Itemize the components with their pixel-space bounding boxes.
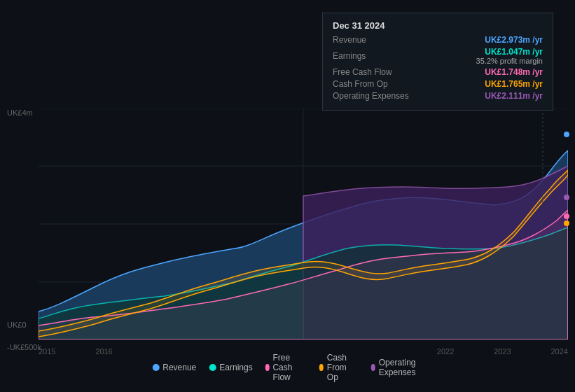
x-label-2015: 2015 [39,347,55,356]
tooltip-fcf-label: Free Cash Flow [333,67,417,77]
tooltip-earnings-group: UK£1.047m /yr 35.2% profit margin [476,47,543,65]
x-label-2022: 2022 [437,347,454,356]
tooltip-revenue-label: Revenue [333,35,417,45]
tooltip-opex-label: Operating Expenses [333,91,417,101]
tooltip-revenue-row: Revenue UK£2.973m /yr [333,35,543,45]
legend-label-earnings: Earnings [219,363,252,372]
tooltip-date: Dec 31 2024 [333,20,543,31]
legend-label-revenue: Revenue [162,363,196,372]
tooltip-earnings-value: UK£1.047m /yr [485,47,543,57]
legend-dot-opex [371,364,375,371]
legend-dot-cashfromop [319,364,324,371]
tooltip-box: Dec 31 2024 Revenue UK£2.973m /yr Earnin… [322,13,553,111]
tooltip-earnings-label: Earnings [333,51,417,61]
x-label-2023: 2023 [494,347,511,356]
tooltip-fcf-value: UK£1.748m /yr [485,67,543,77]
y-axis-mid-label: UK£0 [7,321,27,329]
chart-container: Dec 31 2024 Revenue UK£2.973m /yr Earnin… [0,0,575,392]
y-axis-top-label: UK£4m [7,108,33,117]
legend-item-fcf[interactable]: Free Cash Flow [265,353,307,382]
legend-dot-revenue [152,364,159,371]
y-axis-bottom-label: -UK£500k [7,343,41,351]
legend-item-opex[interactable]: Operating Expenses [371,358,423,377]
x-label-2024: 2024 [550,347,567,356]
tooltip-cashfromop-value: UK£1.765m /yr [485,79,543,89]
legend-label-fcf: Free Cash Flow [272,353,307,382]
legend-label-opex: Operating Expenses [379,358,423,377]
tooltip-margin-text: 35.2% profit margin [476,57,543,65]
legend: Revenue Earnings Free Cash Flow Cash Fro… [144,349,431,386]
legend-label-cashfromop: Cash From Op [327,353,359,382]
tooltip-earnings-row: Earnings UK£1.047m /yr 35.2% profit marg… [333,47,543,65]
right-dot-opex [564,195,569,200]
legend-item-earnings[interactable]: Earnings [209,363,252,372]
legend-dot-earnings [209,364,216,371]
legend-item-revenue[interactable]: Revenue [152,363,196,372]
x-label-2016: 2016 [95,347,112,356]
right-dot-cashfromop [564,220,569,226]
right-dot-revenue [564,132,569,137]
tooltip-opex-row: Operating Expenses UK£2.111m /yr [333,91,543,101]
legend-dot-fcf [265,364,270,371]
tooltip-opex-value: UK£2.111m /yr [485,91,543,101]
tooltip-fcf-row: Free Cash Flow UK£1.748m /yr [333,67,543,77]
right-dot-fcf [564,214,569,219]
tooltip-cashfromop-row: Cash From Op UK£1.765m /yr [333,79,543,89]
legend-item-cashfromop[interactable]: Cash From Op [319,353,359,382]
chart-svg [39,108,568,340]
tooltip-cashfromop-label: Cash From Op [333,79,417,89]
tooltip-revenue-value: UK£2.973m /yr [485,35,543,45]
